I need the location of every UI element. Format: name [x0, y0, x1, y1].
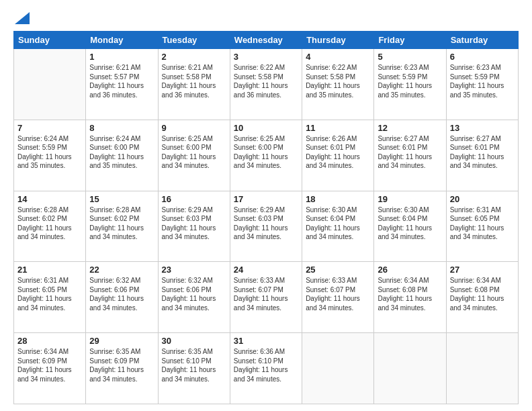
- calendar-cell: 3Sunrise: 6:22 AMSunset: 5:58 PMDaylight…: [230, 49, 302, 120]
- day-number: 25: [306, 265, 370, 275]
- week-row-1: 1Sunrise: 6:21 AMSunset: 5:57 PMDaylight…: [14, 49, 519, 120]
- calendar-cell: [446, 333, 518, 404]
- cell-info: Sunrise: 6:34 AMSunset: 6:09 PMDaylight:…: [17, 347, 82, 383]
- day-number: 28: [17, 336, 82, 346]
- logo: [13, 11, 30, 24]
- cell-info: Sunrise: 6:29 AMSunset: 6:03 PMDaylight:…: [162, 205, 226, 242]
- cell-info: Sunrise: 6:26 AMSunset: 6:01 PMDaylight:…: [306, 134, 370, 171]
- cell-info: Sunrise: 6:35 AMSunset: 6:09 PMDaylight:…: [89, 347, 154, 383]
- cell-info: Sunrise: 6:35 AMSunset: 6:10 PMDaylight:…: [162, 347, 226, 383]
- day-number: 20: [450, 194, 515, 204]
- day-number: 1: [89, 52, 154, 62]
- day-number: 12: [378, 123, 442, 133]
- calendar-header-row: SundayMondayTuesdayWednesdayThursdayFrid…: [14, 32, 519, 49]
- calendar-cell: 27Sunrise: 6:34 AMSunset: 6:08 PMDayligh…: [446, 262, 518, 333]
- calendar-cell: 22Sunrise: 6:32 AMSunset: 6:06 PMDayligh…: [86, 262, 158, 333]
- day-number: 14: [17, 194, 82, 204]
- day-number: 21: [17, 265, 82, 275]
- day-number: 16: [162, 194, 226, 204]
- day-number: 23: [162, 265, 226, 275]
- cell-info: Sunrise: 6:28 AMSunset: 6:02 PMDaylight:…: [89, 205, 154, 242]
- week-row-3: 14Sunrise: 6:28 AMSunset: 6:02 PMDayligh…: [14, 191, 519, 262]
- calendar-cell: 28Sunrise: 6:34 AMSunset: 6:09 PMDayligh…: [14, 333, 86, 404]
- cell-info: Sunrise: 6:27 AMSunset: 6:01 PMDaylight:…: [450, 134, 515, 171]
- calendar-cell: 19Sunrise: 6:30 AMSunset: 6:04 PMDayligh…: [374, 191, 446, 262]
- calendar-cell: 1Sunrise: 6:21 AMSunset: 5:57 PMDaylight…: [86, 49, 158, 120]
- calendar-cell: 20Sunrise: 6:31 AMSunset: 6:05 PMDayligh…: [446, 191, 518, 262]
- day-number: 6: [450, 52, 515, 62]
- day-header-monday: Monday: [86, 32, 158, 49]
- cell-info: Sunrise: 6:21 AMSunset: 5:58 PMDaylight:…: [162, 63, 226, 99]
- week-row-2: 7Sunrise: 6:24 AMSunset: 5:59 PMDaylight…: [14, 120, 519, 191]
- cell-info: Sunrise: 6:22 AMSunset: 5:58 PMDaylight:…: [306, 63, 370, 99]
- calendar-cell: 13Sunrise: 6:27 AMSunset: 6:01 PMDayligh…: [446, 120, 518, 191]
- calendar-cell: [302, 333, 374, 404]
- cell-info: Sunrise: 6:25 AMSunset: 6:00 PMDaylight:…: [162, 134, 226, 171]
- day-number: 18: [306, 194, 370, 204]
- cell-info: Sunrise: 6:22 AMSunset: 5:58 PMDaylight:…: [234, 63, 298, 99]
- calendar-cell: 5Sunrise: 6:23 AMSunset: 5:59 PMDaylight…: [374, 49, 446, 120]
- svg-marker-0: [15, 12, 30, 24]
- cell-info: Sunrise: 6:33 AMSunset: 6:07 PMDaylight:…: [306, 276, 370, 312]
- logo-icon: [15, 12, 30, 24]
- day-header-friday: Friday: [374, 32, 446, 49]
- day-number: 22: [89, 265, 154, 275]
- calendar-cell: 10Sunrise: 6:25 AMSunset: 6:00 PMDayligh…: [230, 120, 302, 191]
- calendar-cell: 16Sunrise: 6:29 AMSunset: 6:03 PMDayligh…: [158, 191, 230, 262]
- day-number: 26: [378, 265, 442, 275]
- day-header-thursday: Thursday: [302, 32, 374, 49]
- calendar-cell: 15Sunrise: 6:28 AMSunset: 6:02 PMDayligh…: [86, 191, 158, 262]
- day-number: 5: [378, 52, 442, 62]
- calendar-cell: 17Sunrise: 6:29 AMSunset: 6:03 PMDayligh…: [230, 191, 302, 262]
- day-header-tuesday: Tuesday: [158, 32, 230, 49]
- day-number: 27: [450, 265, 515, 275]
- calendar-cell: 7Sunrise: 6:24 AMSunset: 5:59 PMDaylight…: [14, 120, 86, 191]
- cell-info: Sunrise: 6:31 AMSunset: 6:05 PMDaylight:…: [450, 205, 515, 242]
- day-number: 11: [306, 123, 370, 133]
- day-number: 17: [234, 194, 298, 204]
- calendar-table: SundayMondayTuesdayWednesdayThursdayFrid…: [13, 31, 519, 404]
- day-header-wednesday: Wednesday: [230, 32, 302, 49]
- cell-info: Sunrise: 6:31 AMSunset: 6:05 PMDaylight:…: [17, 276, 82, 312]
- calendar-cell: 21Sunrise: 6:31 AMSunset: 6:05 PMDayligh…: [14, 262, 86, 333]
- day-number: 10: [234, 123, 298, 133]
- calendar-cell: 24Sunrise: 6:33 AMSunset: 6:07 PMDayligh…: [230, 262, 302, 333]
- calendar-cell: 30Sunrise: 6:35 AMSunset: 6:10 PMDayligh…: [158, 333, 230, 404]
- calendar-cell: 8Sunrise: 6:24 AMSunset: 6:00 PMDaylight…: [86, 120, 158, 191]
- calendar-cell: 25Sunrise: 6:33 AMSunset: 6:07 PMDayligh…: [302, 262, 374, 333]
- cell-info: Sunrise: 6:23 AMSunset: 5:59 PMDaylight:…: [450, 63, 515, 99]
- cell-info: Sunrise: 6:30 AMSunset: 6:04 PMDaylight:…: [378, 205, 442, 242]
- day-header-sunday: Sunday: [14, 32, 86, 49]
- calendar-cell: 26Sunrise: 6:34 AMSunset: 6:08 PMDayligh…: [374, 262, 446, 333]
- calendar-cell: 2Sunrise: 6:21 AMSunset: 5:58 PMDaylight…: [158, 49, 230, 120]
- cell-info: Sunrise: 6:21 AMSunset: 5:57 PMDaylight:…: [89, 63, 154, 99]
- day-number: 9: [162, 123, 226, 133]
- header: [13, 11, 519, 24]
- calendar-cell: 4Sunrise: 6:22 AMSunset: 5:58 PMDaylight…: [302, 49, 374, 120]
- calendar-cell: [374, 333, 446, 404]
- day-number: 24: [234, 265, 298, 275]
- cell-info: Sunrise: 6:30 AMSunset: 6:04 PMDaylight:…: [306, 205, 370, 242]
- week-row-5: 28Sunrise: 6:34 AMSunset: 6:09 PMDayligh…: [14, 333, 519, 404]
- cell-info: Sunrise: 6:32 AMSunset: 6:06 PMDaylight:…: [162, 276, 226, 312]
- day-number: 4: [306, 52, 370, 62]
- day-number: 3: [234, 52, 298, 62]
- calendar-cell: 23Sunrise: 6:32 AMSunset: 6:06 PMDayligh…: [158, 262, 230, 333]
- calendar-cell: 6Sunrise: 6:23 AMSunset: 5:59 PMDaylight…: [446, 49, 518, 120]
- calendar-cell: 12Sunrise: 6:27 AMSunset: 6:01 PMDayligh…: [374, 120, 446, 191]
- calendar-cell: 9Sunrise: 6:25 AMSunset: 6:00 PMDaylight…: [158, 120, 230, 191]
- calendar-cell: [14, 49, 86, 120]
- day-header-saturday: Saturday: [446, 32, 518, 49]
- cell-info: Sunrise: 6:28 AMSunset: 6:02 PMDaylight:…: [17, 205, 82, 242]
- day-number: 31: [234, 336, 298, 346]
- calendar-cell: 18Sunrise: 6:30 AMSunset: 6:04 PMDayligh…: [302, 191, 374, 262]
- page: SundayMondayTuesdayWednesdayThursdayFrid…: [0, 0, 532, 411]
- cell-info: Sunrise: 6:29 AMSunset: 6:03 PMDaylight:…: [234, 205, 298, 242]
- cell-info: Sunrise: 6:25 AMSunset: 6:00 PMDaylight:…: [234, 134, 298, 171]
- day-number: 8: [89, 123, 154, 133]
- calendar-cell: 31Sunrise: 6:36 AMSunset: 6:10 PMDayligh…: [230, 333, 302, 404]
- day-number: 2: [162, 52, 226, 62]
- week-row-4: 21Sunrise: 6:31 AMSunset: 6:05 PMDayligh…: [14, 262, 519, 333]
- calendar-cell: 14Sunrise: 6:28 AMSunset: 6:02 PMDayligh…: [14, 191, 86, 262]
- calendar-cell: 11Sunrise: 6:26 AMSunset: 6:01 PMDayligh…: [302, 120, 374, 191]
